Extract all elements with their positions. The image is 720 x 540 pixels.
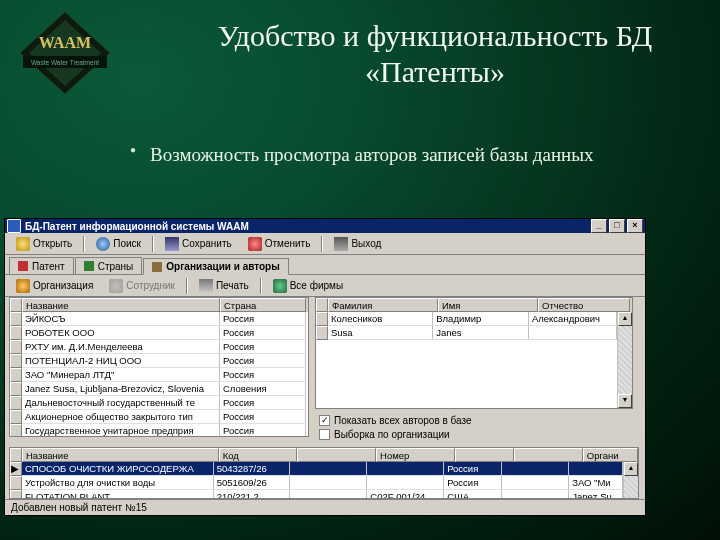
- close-button[interactable]: ×: [627, 219, 643, 233]
- orgs-tab-icon: [152, 262, 162, 272]
- scroll-down-icon[interactable]: ▼: [618, 394, 632, 408]
- tab-orgs[interactable]: Организации и авторы: [143, 258, 288, 275]
- table-row[interactable]: КолесниковВладимирАлександрович: [316, 312, 617, 326]
- table-row[interactable]: РХТУ им. Д.И.МенделееваРоссия: [10, 340, 308, 354]
- col-name[interactable]: Название: [22, 298, 220, 312]
- table-row[interactable]: Государственное унитарное предприяРоссия: [10, 424, 308, 437]
- scroll-up-icon[interactable]: ▲: [618, 312, 632, 326]
- svg-text:WAAM: WAAM: [39, 34, 91, 51]
- patents-grid[interactable]: Название Код Номер Органи ▶СПОСОБ ОЧИСТК…: [9, 447, 639, 499]
- col-title[interactable]: Название: [22, 448, 219, 462]
- authors-scrollbar[interactable]: ▲ ▼: [617, 312, 632, 408]
- app-window: БД-Патент информационной системы WAAM _ …: [4, 218, 646, 516]
- svg-text:Waste Water Treatment: Waste Water Treatment: [31, 59, 99, 66]
- filter-checks: ✓ Показать всех авторов в базе Выборка п…: [315, 413, 633, 441]
- scroll-up-icon[interactable]: ▲: [624, 462, 638, 476]
- patents-scrollbar[interactable]: ▲ ▼: [623, 462, 638, 499]
- bullet-item: Возможность просмотра авторов записей ба…: [130, 140, 680, 170]
- table-row[interactable]: Janez Susa, Ljubljana-Brezovicz, Sloveni…: [10, 382, 308, 396]
- print-icon: [199, 279, 213, 293]
- table-row[interactable]: Акционерное общество закрытого типРоссия: [10, 410, 308, 424]
- orgs-grid[interactable]: Название Страна ЭЙКОСЪРоссияРОБОТЕК ОООР…: [9, 297, 309, 437]
- tab-countries[interactable]: Страны: [75, 257, 143, 274]
- countries-tab-icon: [84, 261, 94, 271]
- tabbar: Патент Страны Организации и авторы: [5, 255, 645, 275]
- exit-icon: [334, 237, 348, 251]
- svg-marker-1: [29, 20, 101, 86]
- undo-button[interactable]: Отменить: [241, 235, 318, 253]
- table-row[interactable]: Дальневосточный государственный теРоссия: [10, 396, 308, 410]
- maximize-button[interactable]: □: [609, 219, 625, 233]
- print-button[interactable]: Печать: [192, 277, 256, 295]
- check-show-all[interactable]: ✓ Показать всех авторов в базе: [319, 413, 633, 427]
- col-org[interactable]: Органи: [583, 448, 638, 462]
- exit-button[interactable]: Выход: [327, 235, 388, 253]
- table-row[interactable]: FLOTATION PLANT210/221.2C02F 001/24СШАJa…: [10, 490, 623, 499]
- patent-tab-icon: [18, 261, 28, 271]
- open-button[interactable]: Открыть: [9, 235, 79, 253]
- col-country[interactable]: Страна: [220, 298, 306, 312]
- table-row[interactable]: ПОТЕНЦИАЛ-2 НИЦ ОООРоссия: [10, 354, 308, 368]
- allfirms-icon: [273, 279, 287, 293]
- undo-icon: [248, 237, 262, 251]
- check-by-org[interactable]: Выборка по организации: [319, 427, 633, 441]
- org-icon: [16, 279, 30, 293]
- staff-button: Сотрудник: [102, 277, 182, 295]
- table-row[interactable]: ▶СПОСОБ ОЧИСТКИ ЖИРОСОДЕРЖА5043287/26Рос…: [10, 462, 623, 476]
- table-row[interactable]: Устройство для очистки воды5051609/26Рос…: [10, 476, 623, 490]
- minimize-button[interactable]: _: [591, 219, 607, 233]
- slide-title: Удобство и функциональность БД «Патенты»: [160, 18, 710, 90]
- save-icon: [165, 237, 179, 251]
- search-icon: [96, 237, 110, 251]
- col-code[interactable]: Код: [219, 448, 298, 462]
- allfirms-button[interactable]: Все фирмы: [266, 277, 350, 295]
- col-blank1[interactable]: [297, 448, 376, 462]
- org-button[interactable]: Организация: [9, 277, 100, 295]
- open-icon: [16, 237, 30, 251]
- col-surname[interactable]: Фамилия: [328, 298, 438, 312]
- main-toolbar: Открыть Поиск Сохранить Отменить Выход: [5, 233, 645, 255]
- col-number[interactable]: Номер: [376, 448, 455, 462]
- bullet-list: Возможность просмотра авторов записей ба…: [130, 140, 680, 170]
- statusbar: Добавлен новый патент №15: [5, 499, 645, 515]
- sub-toolbar: Организация Сотрудник Печать Все фирмы: [5, 275, 645, 297]
- col-blank3[interactable]: [514, 448, 583, 462]
- table-row[interactable]: ЗАО "Минерал ЛТД"Россия: [10, 368, 308, 382]
- window-title: БД-Патент информационной системы WAAM: [25, 221, 249, 232]
- logo: WAAM Waste Water Treatment: [10, 8, 120, 98]
- table-row[interactable]: РОБОТЕК ОООРоссия: [10, 326, 308, 340]
- save-button[interactable]: Сохранить: [158, 235, 239, 253]
- staff-icon: [109, 279, 123, 293]
- tab-patent[interactable]: Патент: [9, 257, 74, 274]
- titlebar: БД-Патент информационной системы WAAM _ …: [5, 219, 645, 233]
- table-row[interactable]: SusaJanes: [316, 326, 617, 340]
- table-row[interactable]: ЭЙКОСЪРоссия: [10, 312, 308, 326]
- col-blank2[interactable]: [455, 448, 514, 462]
- search-button[interactable]: Поиск: [89, 235, 148, 253]
- app-icon: [7, 219, 21, 233]
- col-patronymic[interactable]: Отчество: [538, 298, 630, 312]
- authors-grid[interactable]: Фамилия Имя Отчество КолесниковВладимирА…: [315, 297, 633, 409]
- col-firstname[interactable]: Имя: [438, 298, 538, 312]
